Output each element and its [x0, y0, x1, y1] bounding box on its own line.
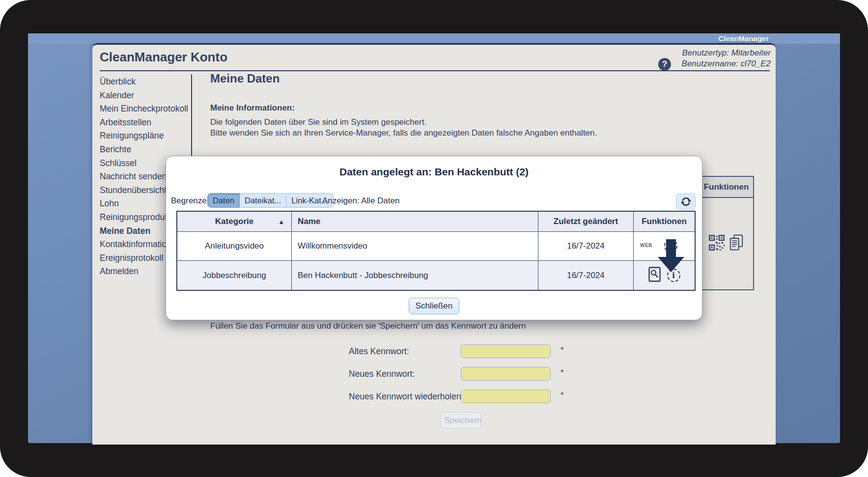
repeat-password-field[interactable]: [461, 390, 551, 403]
sidebar-item-eincheckprotokoll[interactable]: Mein Eincheckprotokoll: [100, 102, 193, 116]
old-password-field[interactable]: [461, 344, 551, 358]
old-password-label: Altes Kennwort:: [349, 346, 409, 357]
required-marker: *: [560, 391, 564, 400]
sidebar-item-reinigungsplaene[interactable]: Reinigungspläne: [100, 129, 193, 143]
show-label: Anzeigen:: [322, 196, 360, 206]
new-password-field[interactable]: [461, 367, 551, 381]
show-value[interactable]: Alle Daten: [361, 196, 399, 206]
background-table-cell: [699, 198, 754, 290]
pointer-arrow-icon: [657, 239, 685, 273]
copy-documents-icon[interactable]: [729, 234, 744, 253]
save-button[interactable]: Speichern: [441, 412, 481, 428]
header-divider: [100, 70, 770, 71]
page-title: CleanManager Konto: [100, 50, 227, 65]
required-marker: *: [560, 368, 564, 378]
filter-tab-group: Daten Dateikat... Link-Kat...: [207, 193, 334, 208]
data-dialog: Daten angelegt an: Ben Hackenbutt (2) Be…: [166, 156, 702, 320]
background-data-table: Funktionen: [699, 176, 754, 290]
info-heading: Meine Informationen:: [210, 103, 295, 113]
tab-daten[interactable]: Daten: [207, 193, 240, 208]
col-header-zuletzt[interactable]: Zuletzt geändert: [538, 212, 634, 232]
top-bar: CleanManager: [28, 33, 840, 44]
new-password-label: Neues Kennwort:: [349, 369, 415, 379]
password-instruction: Füllen Sie das Formular aus und drücken …: [210, 321, 526, 331]
sidebar-item-kalender[interactable]: Kalender: [100, 89, 193, 103]
table-cell-date: 16/7-2024: [538, 232, 634, 261]
help-icon[interactable]: ?: [658, 58, 671, 71]
col-header-name[interactable]: Name: [292, 212, 538, 232]
user-type: Benutzertyp: Mitarbeiter: [682, 48, 771, 58]
repeat-password-label: Neues Kennwort wiederholen:: [349, 392, 463, 402]
table-row: Jobbeschreibung: [177, 261, 292, 290]
screenshot-root: CleanManager CleanManager Konto ? Benutz…: [0, 0, 868, 477]
web-link-icon[interactable]: WEB: [640, 243, 652, 248]
refresh-button[interactable]: [676, 194, 696, 210]
table-cell-name: Ben Hackenbutt - Jobbeschreibung: [292, 261, 538, 290]
col-header-funktionen: Funktionen: [634, 212, 695, 232]
col-header-kategorie[interactable]: Kategorie ▲: [177, 212, 292, 232]
table-row: Anleitungsvideo: [177, 232, 292, 261]
info-paragraph: Die folgenden Daten über Sie sind im Sys…: [210, 117, 597, 138]
info-line-1: Die folgenden Daten über Sie sind im Sys…: [210, 117, 597, 128]
sidebar-item-ueberblick[interactable]: Überblick: [100, 75, 193, 89]
sort-asc-icon: ▲: [278, 218, 284, 225]
content-title: Meine Daten: [210, 72, 280, 85]
qr-code-icon[interactable]: [709, 235, 725, 253]
background-table-header: Funktionen: [699, 176, 754, 198]
close-button[interactable]: Schließen: [409, 298, 459, 314]
data-table: Kategorie ▲ Name Zuletzt geändert Funkti…: [176, 211, 696, 291]
tab-dateikategorien[interactable]: Dateikat...: [240, 193, 286, 208]
dialog-title: Daten angelegt an: Ben Hackenbutt (2): [166, 166, 702, 178]
user-name: Benutzername: cl70_E2: [682, 58, 771, 69]
table-cell-date: 16/7-2024: [538, 261, 634, 290]
table-cell-name: Willkommensvideo: [292, 232, 538, 261]
info-line-2: Bitte wenden Sie sich an Ihren Service-M…: [210, 128, 597, 139]
sidebar-item-berichte[interactable]: Berichte: [100, 143, 193, 157]
app-brand: CleanManager: [718, 34, 769, 43]
sidebar-item-arbeitsstellen[interactable]: Arbeitsstellen: [100, 116, 193, 130]
refresh-icon: [680, 196, 692, 207]
required-marker: *: [560, 345, 564, 355]
user-info: Benutzertyp: Mitarbeiter Benutzername: c…: [682, 48, 771, 69]
